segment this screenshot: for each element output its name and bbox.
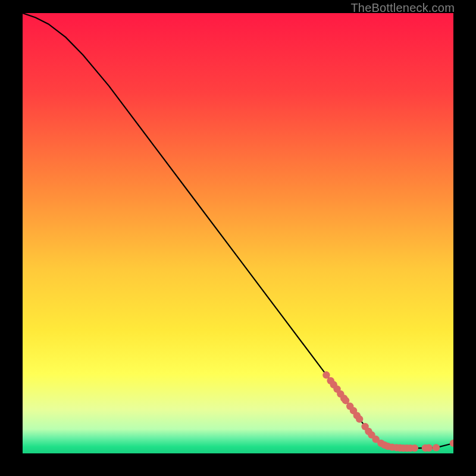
data-point <box>433 444 440 451</box>
data-point <box>411 444 418 452</box>
chart-container: TheBottleneck.com <box>0 0 476 476</box>
plot-area <box>23 13 453 453</box>
data-point <box>425 444 433 452</box>
data-point <box>356 415 363 422</box>
gradient-background <box>23 13 453 453</box>
chart-svg <box>23 13 453 453</box>
